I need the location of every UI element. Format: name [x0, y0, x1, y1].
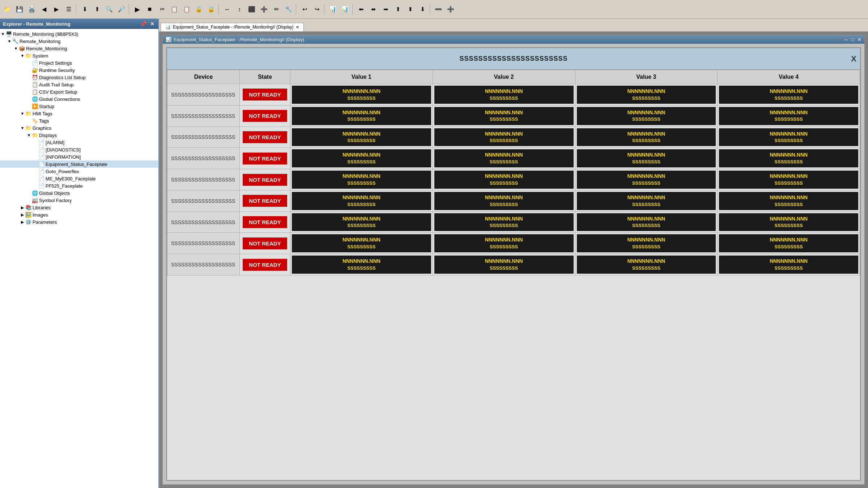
tree-label-libraries: Libraries [33, 205, 51, 210]
tree-toggle-graphics[interactable]: ▼ [20, 126, 25, 130]
toolbar-icon-download[interactable]: ⬇ [79, 4, 90, 15]
tree-item-global-connections[interactable]: 🌐Global Connections [0, 95, 158, 103]
tree-item-symbol-factory[interactable]: 🏭Symbol Factory [0, 197, 158, 204]
toolbar-icon-zoom-in[interactable]: ➕ [445, 4, 456, 15]
toolbar-icon-text-mid[interactable]: ⬍ [404, 4, 416, 15]
tree-item-global-objects[interactable]: 🌐Global Objects [0, 189, 158, 197]
toolbar-icon-paste[interactable]: 📋 [181, 4, 192, 15]
value-badge-2-5: NNNNNNN.NNNSSSSSSSSS [577, 192, 716, 210]
tree-item-diagnostics-list-setup[interactable]: ⏰Diagnostics List Setup [0, 74, 158, 81]
tree-toggle-hmi-tags[interactable]: ▼ [20, 111, 25, 116]
tree-item-hmi-tags[interactable]: ▼📁HMI Tags [0, 110, 158, 117]
toolbar-icon-find[interactable]: 🔎 [116, 4, 127, 15]
state-badge-5: NOT READY [243, 195, 287, 207]
toolbar-icon-align-v[interactable]: ↕ [234, 4, 245, 15]
tree-item-images[interactable]: ▶🖼️Images [0, 211, 158, 218]
tree-toggle-images[interactable]: ▶ [20, 213, 25, 217]
toolbar-icon-list[interactable]: ☰ [63, 4, 75, 15]
toolbar-icon-rect[interactable]: ⬛ [246, 4, 258, 15]
explorer-close-btn[interactable]: ✕ [149, 21, 156, 27]
toolbar-icon-text-left[interactable]: ⬅ [355, 4, 367, 15]
toolbar-icon-settings[interactable]: 🔧 [283, 4, 294, 15]
cell-value2-7: NNNNNNN.NNNSSSSSSSSS [433, 233, 575, 254]
tree-item-graphics[interactable]: ▼📁Graphics [0, 124, 158, 132]
toolbar-icon-search[interactable]: 🔍 [103, 4, 115, 15]
value-badge-1-6: NNNNNNN.NNNSSSSSSSSS [434, 213, 574, 231]
toolbar-icon-text-center[interactable]: ⬌ [367, 4, 379, 15]
tree-item-displays[interactable]: ▼📁Displays [0, 132, 158, 139]
toolbar-icon-run[interactable]: ▶ [132, 4, 143, 15]
toolbar-icon-cut[interactable]: ✂ [156, 4, 168, 15]
toolbar-icon-stop[interactable]: ■ [144, 4, 156, 15]
cell-value2-5: NNNNNNN.NNNSSSSSSSSS [433, 190, 575, 211]
toolbar-icon-print[interactable]: 🖨️ [26, 4, 38, 15]
toolbar-icon-text-right[interactable]: ➡ [380, 4, 391, 15]
tree-item-project-settings[interactable]: 📄Project Settings [0, 59, 158, 67]
tree-item-system[interactable]: ▼📁System [0, 52, 158, 59]
tree-item-goto-powerflex[interactable]: 📄Goto_Powerflex [0, 168, 158, 175]
toolbar-icon-align-h[interactable]: ↔ [221, 4, 233, 15]
display-minimize-btn[interactable]: ─ [844, 37, 848, 42]
toolbar-icon-forward[interactable]: ▶ [51, 4, 62, 15]
tree-toggle-rm2[interactable]: ▼ [13, 46, 19, 51]
value-badge-3-6: NNNNNNN.NNNSSSSSSSSS [719, 213, 858, 231]
explorer-pin-btn[interactable]: 📌 [139, 21, 148, 27]
value-badge-2-6: NNNNNNN.NNNSSSSSSSSS [577, 213, 716, 231]
tree-item-runtime-security[interactable]: 🔐Runtime Security [0, 67, 158, 74]
tab-close-btn[interactable]: ✕ [296, 25, 299, 30]
tree-item-libraries[interactable]: ▶📚Libraries [0, 204, 158, 211]
toolbar-icon-lock2[interactable]: 🔒 [205, 4, 217, 15]
tree-item-tags[interactable]: 🏷️Tags [0, 117, 158, 124]
tree-item-rm[interactable]: ▼🔧Remote_Monitoring [0, 38, 158, 45]
toolbar-icon-text-top[interactable]: ⬆ [392, 4, 404, 15]
toolbar-icon-text-bottom[interactable]: ⬇ [417, 4, 428, 15]
display-maximize-btn[interactable]: □ [851, 37, 854, 42]
toolbar-icon-undo[interactable]: ↩ [299, 4, 310, 15]
tree-item-alarm[interactable]: 📄[ALARM] [0, 139, 158, 146]
cell-value3-7: NNNNNNN.NNNSSSSSSSSS [575, 233, 718, 254]
value-badge-1-0: NNNNNNN.NNNSSSSSSSSS [434, 86, 574, 104]
tree-toggle-system[interactable]: ▼ [20, 53, 25, 58]
tree-toggle-parameters[interactable]: ▶ [20, 220, 25, 224]
toolbar-icon-chart1[interactable]: 📊 [327, 4, 339, 15]
tree-item-rm2[interactable]: ▼📦Remote_Monitoring [0, 45, 158, 52]
tree-item-parameters[interactable]: ▶⚙️Parameters [0, 218, 158, 226]
display-window: 📊 Equipment_Status_Faceplate - /Remote_M… [159, 32, 868, 488]
tree-item-equipment-status-faceplate[interactable]: 📄Equipment_Status_Faceplate [0, 160, 158, 168]
tree-icon-images: 🖼️ [25, 212, 31, 218]
col-state: State [240, 70, 290, 84]
toolbar-icon-save[interactable]: 💾 [14, 4, 25, 15]
toolbar-icon-zoom-out[interactable]: ➖ [433, 4, 444, 15]
tree-item-diagnostics[interactable]: 📄[DIAGNOSTICS] [0, 146, 158, 153]
tree-toggle-rm[interactable]: ▼ [7, 39, 12, 43]
toolbar-icon-redo[interactable]: ↪ [311, 4, 323, 15]
toolbar-icon-copy[interactable]: 📋 [169, 4, 180, 15]
table-row: SSSSSSSSSSSSSSSSSSSNOT READYNNNNNNN.NNNS… [167, 169, 860, 191]
tree-item-startup[interactable]: ▶️Startup [0, 103, 158, 110]
cell-state-1: NOT READY [240, 105, 290, 127]
table-header-row: Device State Value 1 Value 2 Value 3 Val… [167, 70, 860, 84]
state-badge-6: NOT READY [243, 216, 287, 228]
toolbar-icon-folder[interactable]: 📁 [1, 4, 13, 15]
tree-item-csv-export-setup[interactable]: 📋CSV Export Setup [0, 88, 158, 95]
tree-item-root[interactable]: ▼🖥️Remote_Monitoring (9B8P5X3) [0, 30, 158, 38]
cell-device-5: SSSSSSSSSSSSSSSSSSS [167, 190, 240, 211]
tree-item-audit-trail-setup[interactable]: 📋Audit Trail Setup [0, 81, 158, 88]
tree-toggle-displays[interactable]: ▼ [26, 133, 32, 137]
toolbar-icon-add[interactable]: ➕ [258, 4, 270, 15]
display-tab[interactable]: 📊 Equipment_Status_Faceplate - /Remote_M… [161, 23, 304, 31]
faceplate-close-button[interactable]: X [851, 54, 856, 64]
toolbar-icon-lock1[interactable]: 🔒 [193, 4, 205, 15]
toolbar-icon-chart2[interactable]: 📊 [339, 4, 351, 15]
cell-value1-1: NNNNNNN.NNNSSSSSSSSS [290, 105, 433, 127]
tree-item-pf525-faceplate[interactable]: 📄PF525_Faceplate [0, 182, 158, 189]
tree-item-information[interactable]: 📄[INFORMATION] [0, 153, 158, 160]
toolbar-icon-back[interactable]: ◀ [38, 4, 50, 15]
tree-item-me-mye300-faceplate[interactable]: 📄ME_MyE300_Faceplate [0, 175, 158, 182]
tree-toggle-libraries[interactable]: ▶ [20, 205, 25, 210]
toolbar-icon-upload[interactable]: ⬆ [91, 4, 103, 15]
value-badge-0-8: NNNNNNN.NNNSSSSSSSSS [292, 256, 431, 274]
tree-toggle-root[interactable]: ▼ [0, 32, 6, 36]
display-close-btn[interactable]: ✕ [858, 37, 861, 42]
toolbar-icon-pen[interactable]: ✏ [271, 4, 282, 15]
